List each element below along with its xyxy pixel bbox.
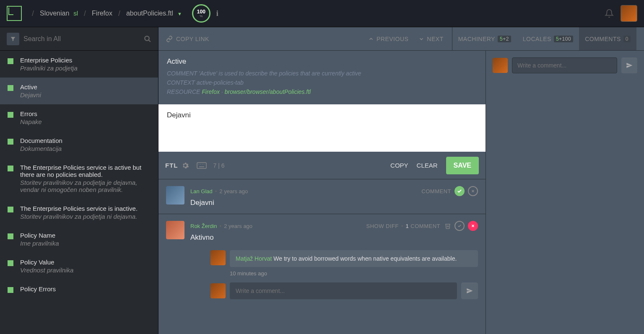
string-list-item[interactable]: ActiveDejavni [0, 78, 158, 104]
filter-icon[interactable] [7, 33, 19, 45]
string-list-item[interactable]: Policy ValueVrednost pravilnika [0, 253, 158, 280]
string-translation: Dejavni [20, 91, 151, 98]
tab-locales-label: LOCALES [523, 36, 551, 42]
search-bar [0, 27, 158, 51]
reject-icon[interactable] [468, 186, 478, 196]
compose-avatar [210, 283, 226, 298]
next-button[interactable]: NEXT [418, 36, 443, 42]
string-source-text: Active [167, 57, 477, 66]
progress-indicator[interactable]: 100 % [192, 4, 210, 23]
suggestion-time: 2 years ago [219, 188, 248, 194]
string-source: The Enterprise Policies service is inact… [20, 205, 151, 212]
meta-resource-label: RESOURCE [167, 88, 200, 95]
string-source: Enterprise Policies [20, 57, 151, 64]
meta-context-label: CONTEXT [167, 79, 195, 86]
string-source: Active [20, 83, 151, 91]
meta-resource-path[interactable]: browser/browser/aboutPolicies.ftl [225, 88, 311, 95]
breadcrumb-resource[interactable]: aboutPolicies.ftl ▼ [126, 10, 182, 17]
reject-icon[interactable] [468, 221, 478, 231]
sidebar: Enterprise PoliciesPravilniki za podjetj… [0, 27, 158, 334]
suggestion-item[interactable]: Lan Glad • 2 years ago COMMENT [158, 179, 486, 214]
status-indicator [8, 85, 13, 91]
tab-comments-label: COMMENTS [585, 36, 621, 42]
string-translation: Napake [20, 118, 151, 125]
string-list-item[interactable]: Policy NameIme pravilnika [0, 226, 158, 253]
breadcrumb-locale-name: Slovenian [40, 10, 69, 17]
previous-button[interactable]: PREVIOUS [368, 36, 408, 42]
keyboard-icon[interactable] [197, 162, 207, 169]
string-list-item[interactable]: DocumentationDokumentacija [0, 131, 158, 158]
string-list-item[interactable]: The Enterprise Policies service is activ… [0, 158, 158, 199]
approve-icon[interactable] [454, 221, 465, 231]
suggestion-avatar [166, 186, 184, 205]
translation-textarea[interactable] [158, 104, 486, 150]
progress-value: 100 [197, 9, 205, 14]
breadcrumb-resource-name: aboutPolicies.ftl [126, 10, 173, 17]
string-translation: Pravilniki za podjetja [20, 65, 151, 72]
comment-author[interactable]: Matjaž Horvat [236, 255, 272, 262]
tab-locales[interactable]: LOCALES 5+100 [517, 27, 579, 50]
clear-button[interactable]: CLEAR [417, 162, 438, 169]
notifications-icon[interactable] [605, 9, 614, 18]
meta-comment-text: 'Active' is used to describe the policie… [199, 70, 361, 77]
show-diff-button[interactable]: SHOW DIFF [366, 223, 398, 229]
header-bar: / Slovenian sl / Firefox / aboutPolicies… [0, 0, 644, 27]
approve-icon[interactable] [454, 186, 465, 196]
string-list-item[interactable]: Policy Errors [0, 280, 158, 299]
suggestion-comments: Matjaž Horvat We try to avoid borrowed w… [210, 250, 478, 299]
editor-toolbar: FTL 7 | 6 COPY CLEAR SAVE [158, 152, 486, 179]
status-indicator [8, 139, 13, 145]
user-avatar[interactable] [621, 5, 637, 22]
string-source: Policy Errors [20, 285, 151, 293]
string-translation: Dokumentacija [20, 145, 151, 152]
main-panel: COPY LINK PREVIOUS NEXT MACHINERY 5+2 LO… [158, 27, 644, 334]
panel-send-button[interactable] [621, 57, 637, 73]
string-list-item[interactable]: Enterprise PoliciesPravilniki za podjetj… [0, 51, 158, 78]
copy-link-label: COPY LINK [176, 36, 209, 42]
copy-link-button[interactable]: COPY LINK [166, 36, 209, 42]
breadcrumb-sep: / [32, 9, 34, 18]
send-comment-button[interactable] [461, 282, 478, 299]
meta-comment-label: COMMENT [167, 70, 197, 77]
breadcrumb-locale-code: sl [73, 10, 78, 17]
comment-item: Matjaž Horvat We try to avoid borrowed w… [230, 250, 478, 267]
string-list-item[interactable]: The Enterprise Policies service is inact… [0, 199, 158, 226]
string-list-item[interactable]: ErrorsNapake [0, 104, 158, 131]
breadcrumb-locale[interactable]: Slovenian sl [40, 10, 78, 17]
suggestion-item[interactable]: Rok Žerdin • 2 years ago SHOW DIFF • 1 C… [158, 214, 486, 306]
string-source: The Enterprise Policies service is activ… [20, 164, 151, 178]
search-input[interactable] [23, 35, 144, 43]
tab-comments[interactable]: COMMENTS 0 [579, 27, 636, 50]
comment-input[interactable] [230, 282, 457, 299]
comment-avatar [210, 250, 226, 265]
breadcrumb-project[interactable]: Firefox [92, 10, 112, 17]
next-label: NEXT [427, 36, 443, 42]
suggestion-author[interactable]: Rok Žerdin [190, 223, 217, 229]
info-icon[interactable]: i [216, 9, 218, 18]
detail-toolbar: COPY LINK PREVIOUS NEXT MACHINERY 5+2 LO… [158, 27, 644, 51]
svg-rect-2 [197, 163, 206, 168]
previous-label: PREVIOUS [377, 36, 408, 42]
char-count: 7 | 6 [213, 162, 225, 169]
string-source: Policy Value [20, 259, 151, 266]
search-icon[interactable] [144, 35, 151, 43]
trash-icon[interactable] [444, 223, 451, 229]
status-indicator [8, 260, 13, 266]
tab-machinery-label: MACHINERY [458, 36, 495, 42]
logo[interactable] [7, 6, 22, 21]
tab-machinery[interactable]: MACHINERY 5+2 [452, 27, 517, 50]
panel-comment-input[interactable] [512, 57, 617, 73]
string-source: Policy Name [20, 232, 151, 239]
gear-icon[interactable] [182, 162, 189, 169]
status-indicator [8, 233, 13, 239]
translation-editor [158, 104, 486, 152]
copy-button[interactable]: COPY [390, 162, 408, 169]
svg-line-1 [148, 40, 151, 42]
suggestion-author[interactable]: Lan Glad [190, 188, 213, 194]
suggestion-comment-toggle[interactable]: 1 COMMENT [405, 223, 440, 229]
chevron-down-icon: ▼ [177, 11, 182, 16]
meta-resource-project[interactable]: Firefox [202, 88, 220, 95]
svg-point-0 [145, 36, 149, 41]
save-button[interactable]: SAVE [446, 157, 479, 174]
suggestion-comment-toggle[interactable]: COMMENT [421, 188, 451, 194]
